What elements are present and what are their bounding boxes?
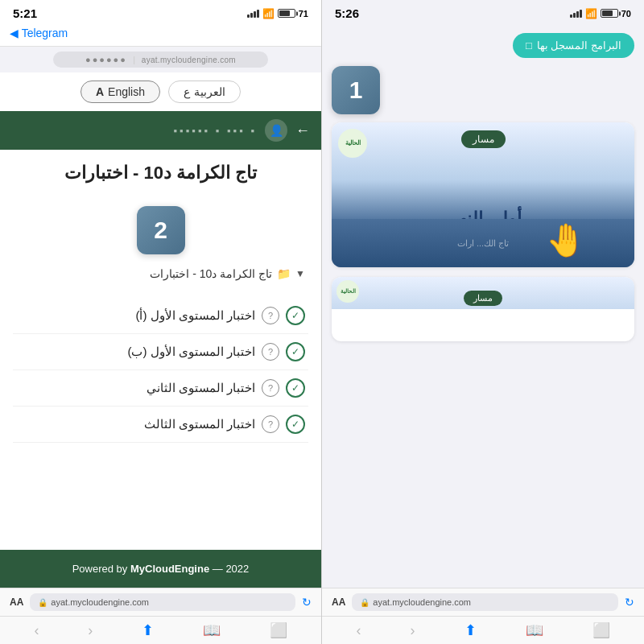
- file-tree-item[interactable]: ▼ 📁 تاج الكرامة د10 - اختبارات: [13, 262, 308, 285]
- check-circle-3: ✓: [286, 378, 305, 398]
- registered-badge-icon: □: [526, 39, 532, 52]
- logo-text: الحالية: [345, 140, 361, 147]
- quiz-item-4-label: اختبار المستوى الثالث: [144, 417, 255, 431]
- left-safari-nav: ‹ › ⬆ 📖 ⬜: [0, 616, 321, 644]
- card-blue-bottom: تاج الك... ارات: [332, 219, 634, 267]
- course-title: تاج الكرامة د10 - اختبارات: [0, 150, 321, 196]
- second-course-card[interactable]: الحالية مسار: [332, 277, 634, 341]
- left-phone: 5:21 📶 71 ◀ Telegram ●●●●●● | ayat.myclo…: [0, 0, 322, 644]
- right-phone: 5:26 📶 70 البرامج المسجل بها □ 1: [322, 0, 644, 644]
- left-lock-icon: 🔒: [38, 598, 47, 607]
- question-icon-4: ?: [262, 415, 279, 433]
- left-forward-nav-icon[interactable]: ›: [88, 622, 93, 639]
- right-aa-label[interactable]: AA: [332, 597, 345, 608]
- left-refresh-icon[interactable]: ↻: [302, 596, 312, 609]
- course-header-bar: ← 👤 ▪ ▪▪▪ ▪ ▪▪▪▪▪▪: [0, 111, 321, 150]
- step-badge-2: 2: [137, 206, 185, 254]
- quiz-item-2-label: اختبار المستوى الأول (ب): [128, 345, 256, 359]
- step-badge-1: 1: [332, 66, 380, 114]
- right-lock-icon: 🔒: [360, 598, 369, 607]
- folder-icon: 📁: [277, 267, 291, 280]
- right-battery-label: 70: [621, 9, 631, 19]
- wifi-icon: 📶: [262, 8, 275, 19]
- right-tabs-icon[interactable]: ⬜: [592, 621, 610, 639]
- right-content-area: البرامج المسجل بها □ 1 الحالية مسار أولي…: [322, 23, 644, 588]
- telegram-header: ◀ Telegram: [0, 23, 321, 47]
- quiz-item-2[interactable]: ✓ ? اختبار المستوى الأول (ب): [13, 334, 308, 370]
- right-status-bar: 5:26 📶 70: [322, 0, 644, 23]
- right-refresh-icon[interactable]: ↻: [625, 596, 634, 609]
- left-browser-url-bar[interactable]: 🔒 ayat.mycloudengine.com: [30, 593, 295, 611]
- second-logo: الحالية: [336, 280, 359, 303]
- url-pill-left[interactable]: ●●●●●● | ayat.mycloudengine.com: [53, 52, 268, 68]
- url-domain: ayat.mycloudengine.com: [142, 56, 236, 64]
- question-icon-3: ?: [262, 379, 279, 397]
- left-time: 5:21: [13, 6, 37, 20]
- left-url-text: ayat.mycloudengine.com: [51, 597, 149, 607]
- quiz-item-4[interactable]: ✓ ? اختبار المستوى الثالث: [13, 407, 308, 443]
- left-aa-label[interactable]: AA: [10, 597, 23, 608]
- quiz-item-3-label: اختبار المستوى الثاني: [147, 381, 255, 395]
- left-share-icon[interactable]: ⬆: [142, 621, 154, 639]
- right-browser-url-bar[interactable]: 🔒 ayat.mycloudengine.com: [352, 593, 618, 611]
- quiz-item-1[interactable]: ✓ ? اختبار المستوى الأول (أ): [13, 298, 308, 334]
- left-content-area: 2 ▼ 📁 تاج الكرامة د10 - اختبارات ✓ ? اخت…: [0, 196, 321, 550]
- second-green-badge: مسار: [464, 291, 502, 306]
- battery-label: 71: [299, 9, 308, 19]
- left-back-nav-icon[interactable]: ‹: [34, 622, 39, 639]
- left-status-icons: 📶 71: [247, 8, 308, 19]
- left-tabs-icon[interactable]: ⬜: [270, 621, 287, 639]
- footer: Powered by MyCloudEngine — 2022: [0, 550, 321, 588]
- quiz-item-3[interactable]: ✓ ? اختبار المستوى الثاني: [13, 370, 308, 407]
- course-green-badge: مسار: [461, 130, 506, 148]
- course-card[interactable]: الحالية مسار أولي النهى (اختبـــــارات) …: [332, 122, 634, 267]
- english-label: English: [108, 85, 145, 98]
- right-browser-bottom: AA 🔒 ayat.mycloudengine.com ↻: [322, 588, 644, 616]
- course-back-arrow[interactable]: ←: [295, 122, 310, 139]
- course-card-image: الحالية مسار أولي النهى (اختبـــــارات) …: [332, 122, 634, 267]
- right-url-text: ayat.mycloudengine.com: [373, 597, 471, 607]
- course-logo: الحالية: [338, 129, 367, 158]
- quiz-list: ✓ ? اختبار المستوى الأول (أ) ✓ ? اختبار …: [13, 298, 308, 443]
- right-signal-icon: [570, 9, 582, 18]
- course-header-dots: ▪ ▪▪▪ ▪ ▪▪▪▪▪▪: [173, 125, 257, 137]
- language-selector: A English ع العربية: [0, 72, 321, 111]
- right-share-icon[interactable]: ⬆: [464, 621, 477, 639]
- telegram-back-button[interactable]: ◀ Telegram: [10, 27, 68, 39]
- registered-badge[interactable]: البرامج المسجل بها □: [513, 33, 634, 58]
- right-bookmarks-icon[interactable]: 📖: [526, 621, 543, 639]
- arabic-icon: ع: [184, 85, 190, 98]
- right-status-icons: 📶 70: [570, 8, 631, 19]
- question-icon-1: ?: [262, 307, 279, 324]
- card-bottom-text: تاج الك... ارات: [457, 238, 509, 249]
- left-status-bar: 5:21 📶 71: [0, 0, 321, 23]
- hand-cursor-icon: 🤚: [546, 221, 586, 259]
- battery-icon: [278, 9, 295, 18]
- footer-brand: MyCloudEngine: [130, 563, 209, 575]
- check-circle-1: ✓: [286, 306, 305, 325]
- question-icon-2: ?: [262, 343, 279, 361]
- footer-powered-by: Powered by MyCloudEngine — 2022: [72, 563, 250, 575]
- registered-badge-label: البرامج المسجل بها: [537, 39, 621, 52]
- arabic-lang-button[interactable]: ع العربية: [168, 80, 241, 103]
- url-bar-left: ●●●●●● | ayat.mycloudengine.com: [0, 47, 321, 72]
- english-lang-button[interactable]: A English: [80, 80, 160, 103]
- file-tree: ▼ 📁 تاج الكرامة د10 - اختبارات: [13, 262, 308, 285]
- signal-icon: [247, 9, 259, 18]
- right-forward-nav-icon[interactable]: ›: [411, 622, 415, 639]
- right-back-nav-icon[interactable]: ‹: [357, 622, 361, 639]
- right-battery-icon: [601, 9, 618, 18]
- right-top-area: البرامج المسجل بها □ 1: [332, 33, 634, 122]
- quiz-item-1-label: اختبار المستوى الأول (أ): [136, 308, 256, 323]
- english-icon: A: [96, 85, 104, 98]
- tree-arrow-icon: ▼: [295, 268, 305, 279]
- second-card-top: الحالية مسار: [332, 277, 634, 309]
- left-bookmarks-icon[interactable]: 📖: [203, 621, 221, 639]
- right-wifi-icon: 📶: [585, 8, 597, 19]
- person-icon: 👤: [265, 119, 287, 142]
- second-badge-label: مسار: [473, 293, 493, 303]
- check-circle-4: ✓: [286, 415, 305, 434]
- right-safari-nav: ‹ › ⬆ 📖 ⬜: [322, 616, 644, 644]
- check-circle-2: ✓: [286, 342, 305, 361]
- right-time: 5:26: [335, 6, 359, 20]
